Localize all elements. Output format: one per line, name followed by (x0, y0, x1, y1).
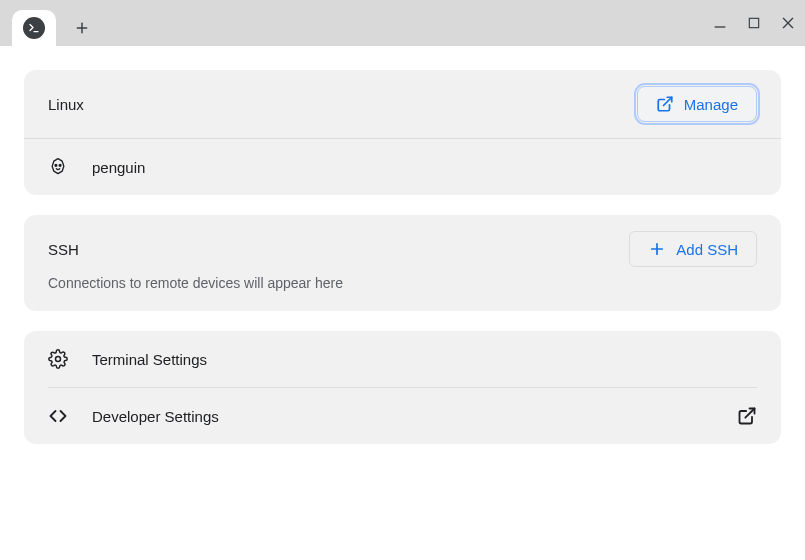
terminal-icon (23, 17, 45, 39)
titlebar (0, 0, 805, 46)
gear-icon (48, 349, 68, 369)
manage-button[interactable]: Manage (637, 86, 757, 122)
linux-container-label: penguin (92, 159, 757, 176)
open-external-icon (737, 406, 757, 426)
ssh-card: SSH Add SSH Connections to remote device… (24, 215, 781, 311)
penguin-icon (48, 157, 68, 177)
minimize-button[interactable] (711, 14, 729, 32)
linux-title: Linux (48, 96, 84, 113)
terminal-settings-label: Terminal Settings (92, 351, 757, 368)
settings-card: Terminal Settings Developer Settings (24, 331, 781, 444)
add-ssh-button-label: Add SSH (676, 241, 738, 258)
code-icon (48, 406, 68, 426)
svg-point-8 (55, 164, 57, 166)
add-ssh-button[interactable]: Add SSH (629, 231, 757, 267)
svg-point-12 (56, 357, 61, 362)
ssh-card-header: SSH Add SSH (24, 215, 781, 275)
window-controls (711, 0, 797, 46)
ssh-empty-text: Connections to remote devices will appea… (24, 275, 781, 311)
svg-rect-4 (749, 18, 758, 27)
manage-button-label: Manage (684, 96, 738, 113)
content: Linux Manage (0, 46, 805, 468)
close-button[interactable] (779, 14, 797, 32)
new-tab-button[interactable] (68, 10, 96, 46)
active-tab[interactable] (12, 10, 56, 46)
maximize-button[interactable] (745, 14, 763, 32)
developer-settings-label: Developer Settings (92, 408, 713, 425)
linux-card: Linux Manage (24, 70, 781, 195)
svg-point-9 (59, 164, 61, 166)
terminal-settings-row[interactable]: Terminal Settings (24, 331, 781, 387)
open-external-icon (656, 95, 674, 113)
plus-icon (648, 240, 666, 258)
developer-settings-row[interactable]: Developer Settings (24, 388, 781, 444)
svg-line-13 (745, 409, 754, 418)
ssh-title: SSH (48, 241, 79, 258)
svg-line-7 (663, 97, 671, 105)
linux-card-header: Linux Manage (24, 70, 781, 138)
linux-container-row[interactable]: penguin (24, 139, 781, 195)
